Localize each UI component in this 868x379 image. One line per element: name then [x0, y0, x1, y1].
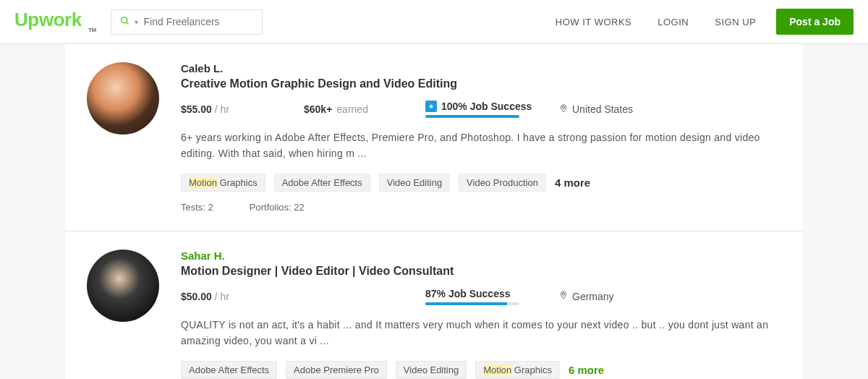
- skill-tag[interactable]: Video Production: [459, 174, 546, 192]
- svg-line-3: [126, 22, 128, 24]
- skills-row: Adobe After Effects Adobe Premiere Pro V…: [181, 361, 781, 379]
- freelancer-tagline: Creative Motion Graphic Design and Video…: [181, 77, 781, 90]
- nav-login[interactable]: LOGIN: [652, 17, 694, 27]
- header: Up work TM ▾ HOW IT WORKS LOGIN SIGN UP …: [0, 0, 868, 44]
- pin-icon: [559, 103, 568, 116]
- amount-earned: $60k+ earned: [304, 103, 425, 115]
- hourly-rate: $50.00 / hr: [181, 291, 425, 302]
- freelancer-name[interactable]: Sahar H.: [181, 250, 781, 262]
- freelancer-card[interactable]: Sahar H. Motion Designer | Video Editor …: [65, 231, 803, 379]
- skill-tag[interactable]: Adobe Premiere Pro: [286, 361, 387, 379]
- svg-text:work: work: [38, 10, 82, 30]
- skill-tag[interactable]: Video Editing: [396, 361, 467, 379]
- svg-text:Up: Up: [14, 10, 39, 30]
- avatar[interactable]: [87, 62, 159, 135]
- upwork-logo[interactable]: Up work TM: [14, 10, 96, 33]
- freelancer-tagline: Motion Designer | Video Editor | Video C…: [181, 265, 781, 278]
- svg-point-2: [121, 17, 127, 22]
- trademark: TM: [88, 27, 96, 33]
- tests-count[interactable]: Tests: 2: [181, 202, 213, 213]
- nav-sign-up[interactable]: SIGN UP: [709, 17, 762, 27]
- chevron-down-icon[interactable]: ▾: [135, 18, 138, 26]
- skill-tag[interactable]: Video Editing: [379, 174, 450, 192]
- freelancer-name[interactable]: Caleb L.: [181, 62, 781, 74]
- skill-tag[interactable]: Motion Graphics: [181, 174, 265, 192]
- svg-point-5: [563, 293, 565, 295]
- top-rated-icon: [425, 101, 437, 112]
- nav-how-it-works[interactable]: HOW IT WORKS: [550, 17, 637, 27]
- stats-row: $50.00 / hr 87% Job Success Germany: [181, 288, 781, 305]
- meta-row: Tests: 2 Portfolios: 22: [181, 202, 781, 213]
- post-job-button[interactable]: Post a Job: [776, 9, 854, 35]
- job-success: 100% Job Success: [425, 101, 545, 118]
- job-success-bar: [425, 115, 519, 118]
- location: Germany: [559, 289, 614, 303]
- search-box[interactable]: ▾: [111, 9, 263, 35]
- description: QUALITY is not an act, it's a habit ... …: [181, 317, 781, 349]
- hourly-rate: $55.00 / hr: [181, 103, 304, 115]
- job-success-bar: [425, 302, 519, 305]
- portfolios-count[interactable]: Portfolios: 22: [250, 202, 305, 213]
- card-body: Caleb L. Creative Motion Graphic Design …: [181, 62, 781, 213]
- avatar[interactable]: [87, 250, 159, 322]
- skill-tag[interactable]: Adobe After Effects: [274, 174, 370, 192]
- stats-row: $55.00 / hr $60k+ earned 100% Job Succes…: [181, 101, 781, 118]
- skill-tag[interactable]: Adobe After Effects: [181, 361, 277, 379]
- more-skills[interactable]: 4 more: [555, 176, 590, 189]
- search-icon: [120, 16, 130, 28]
- location-text: Germany: [572, 291, 614, 302]
- search-input[interactable]: [144, 16, 271, 27]
- more-skills[interactable]: 6 more: [569, 364, 604, 376]
- skills-row: Motion Graphics Adobe After Effects Vide…: [181, 174, 781, 192]
- freelancer-card[interactable]: Caleb L. Creative Motion Graphic Design …: [65, 44, 803, 231]
- results-list: Caleb L. Creative Motion Graphic Design …: [65, 44, 803, 379]
- location: United States: [559, 103, 633, 116]
- svg-point-4: [563, 106, 565, 108]
- location-text: United States: [572, 103, 633, 115]
- card-body: Sahar H. Motion Designer | Video Editor …: [181, 250, 781, 379]
- description: 6+ years working in Adobe After Effects,…: [181, 129, 781, 162]
- pin-icon: [559, 289, 568, 303]
- skill-tag[interactable]: Motion Graphics: [475, 361, 560, 379]
- job-success: 87% Job Success: [425, 288, 545, 305]
